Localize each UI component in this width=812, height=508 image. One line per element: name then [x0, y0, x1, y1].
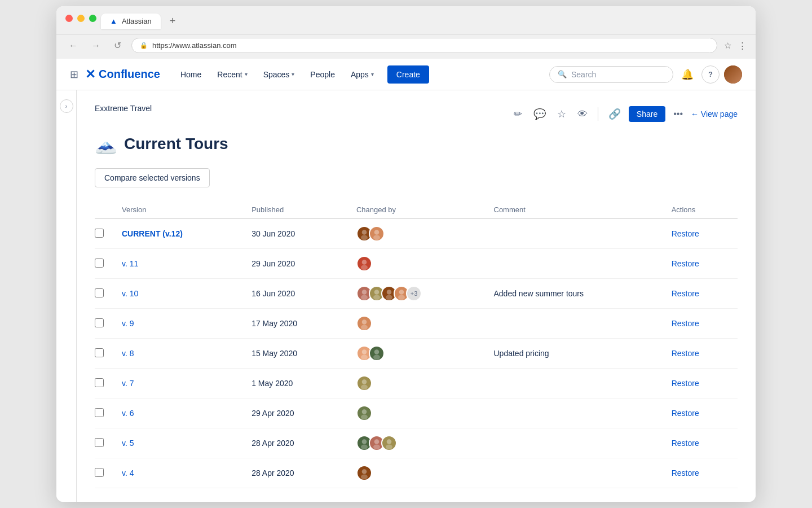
published-cell: 1 May 2020: [242, 369, 347, 398]
nav-apps[interactable]: Apps ▾: [344, 65, 381, 84]
version-link[interactable]: v. 8: [122, 349, 134, 358]
search-box[interactable]: 🔍 Search: [549, 66, 673, 83]
version-checkbox[interactable]: [95, 348, 104, 357]
watch-button[interactable]: 👁: [574, 105, 591, 124]
svg-point-27: [373, 445, 380, 450]
view-page-button[interactable]: ← View page: [691, 110, 738, 119]
refresh-button[interactable]: ↺: [111, 39, 125, 52]
confluence-navbar: ⊞ ✕ Confluence Home Recent ▾ Spaces ▾ Pe…: [56, 59, 756, 90]
notifications-button[interactable]: 🔔: [678, 65, 697, 84]
minimize-dot[interactable]: [77, 15, 85, 22]
restore-link[interactable]: Restore: [672, 439, 699, 448]
published-cell: 16 Jun 2020: [242, 279, 347, 309]
avatar-count: +3: [406, 286, 422, 301]
confluence-logo-text: Confluence: [99, 68, 160, 81]
nav-spaces[interactable]: Spaces ▾: [257, 65, 302, 84]
avatar: [356, 375, 372, 391]
close-dot[interactable]: [65, 15, 73, 22]
row-checkbox-cell: [95, 219, 113, 249]
create-button[interactable]: Create: [387, 65, 429, 84]
avatar: [356, 256, 372, 271]
nav-home[interactable]: Home: [174, 65, 208, 84]
comment-button[interactable]: 💬: [530, 104, 549, 124]
svg-point-3: [373, 235, 380, 240]
nav-links: Home Recent ▾ Spaces ▾ People Apps ▾ Cre…: [174, 65, 549, 84]
action-cell: Restore: [663, 458, 738, 488]
version-link[interactable]: v. 9: [122, 319, 134, 328]
app-grid-icon[interactable]: ⊞: [70, 68, 78, 81]
action-cell: Restore: [663, 398, 738, 428]
svg-point-6: [362, 290, 367, 295]
edit-button[interactable]: ✏: [510, 104, 526, 124]
browser-tab[interactable]: ▲ Atlassian: [101, 14, 161, 29]
restore-link[interactable]: Restore: [672, 468, 699, 478]
action-cell: Restore: [663, 428, 738, 458]
table-row: v. 71 May 2020Restore: [95, 369, 738, 398]
version-checkbox[interactable]: [95, 378, 104, 387]
more-actions-button[interactable]: •••: [670, 106, 686, 122]
copy-link-button[interactable]: 🔗: [605, 104, 624, 124]
page-area: › Exxtreme Travel ✏ 💬 ☆ 👁 🔗 Share •••: [56, 90, 756, 502]
back-button[interactable]: ←: [65, 40, 81, 52]
avatar-group: [356, 345, 476, 361]
nav-recent[interactable]: Recent ▾: [210, 65, 254, 84]
action-cell: Restore: [663, 219, 738, 249]
svg-point-24: [362, 439, 367, 444]
version-link[interactable]: v. 4: [122, 468, 134, 478]
nav-people[interactable]: People: [303, 65, 342, 84]
bookmark-button[interactable]: ☆: [724, 41, 731, 51]
version-link[interactable]: v. 7: [122, 379, 134, 388]
version-cell: v. 10: [113, 279, 242, 309]
version-checkbox[interactable]: [95, 318, 104, 327]
user-avatar[interactable]: [724, 65, 742, 84]
browser-titlebar: ▲ Atlassian +: [56, 6, 756, 34]
restore-link[interactable]: Restore: [672, 319, 699, 328]
forward-button[interactable]: →: [88, 40, 104, 52]
restore-link[interactable]: Restore: [672, 409, 699, 418]
svg-point-25: [361, 445, 368, 450]
restore-link[interactable]: Restore: [672, 229, 699, 238]
confluence-logo[interactable]: ✕ Confluence: [85, 67, 160, 82]
help-button[interactable]: ?: [701, 65, 720, 84]
sidebar-toggle-button[interactable]: ›: [60, 99, 73, 113]
avatar-group: [356, 226, 476, 242]
star-button[interactable]: ☆: [554, 104, 570, 124]
page-title-section: 🗻 Current Tours: [95, 133, 738, 155]
version-checkbox[interactable]: [95, 438, 104, 447]
action-cell: Restore: [663, 279, 738, 309]
more-options-button[interactable]: ⋮: [738, 41, 747, 51]
avatar: [356, 405, 372, 421]
version-checkbox[interactable]: [95, 408, 104, 417]
restore-link[interactable]: Restore: [672, 259, 699, 268]
version-link[interactable]: v. 10: [122, 289, 138, 298]
version-link[interactable]: v. 11: [122, 259, 138, 268]
col-changed-by: Changed by: [347, 201, 485, 219]
version-link[interactable]: CURRENT (v.12): [122, 229, 183, 238]
new-tab-button[interactable]: +: [165, 13, 180, 29]
compare-versions-button[interactable]: Compare selected versions: [95, 168, 210, 187]
breadcrumb-link[interactable]: Exxtreme Travel: [95, 104, 152, 113]
version-checkbox[interactable]: [95, 259, 104, 268]
maximize-dot[interactable]: [89, 15, 96, 22]
avatar: [369, 345, 385, 361]
share-button[interactable]: Share: [629, 106, 665, 122]
view-page-label: ← View page: [691, 110, 738, 119]
published-cell: 17 May 2020: [242, 309, 347, 339]
svg-point-15: [361, 325, 368, 330]
comment-cell: [485, 458, 663, 488]
version-checkbox[interactable]: [95, 229, 104, 238]
version-checkbox[interactable]: [95, 288, 104, 297]
restore-link[interactable]: Restore: [672, 349, 699, 358]
svg-point-29: [386, 445, 392, 450]
address-bar[interactable]: 🔒 https://www.atlassian.com: [131, 38, 717, 53]
restore-link[interactable]: Restore: [672, 289, 699, 298]
version-checkbox[interactable]: [95, 468, 104, 477]
comment-cell: [485, 219, 663, 249]
svg-point-23: [361, 415, 368, 420]
version-link[interactable]: v. 6: [122, 409, 134, 418]
version-link[interactable]: v. 5: [122, 439, 134, 448]
svg-point-30: [362, 469, 367, 474]
row-checkbox-cell: [95, 249, 113, 279]
restore-link[interactable]: Restore: [672, 379, 699, 388]
version-cell: v. 5: [113, 428, 242, 458]
